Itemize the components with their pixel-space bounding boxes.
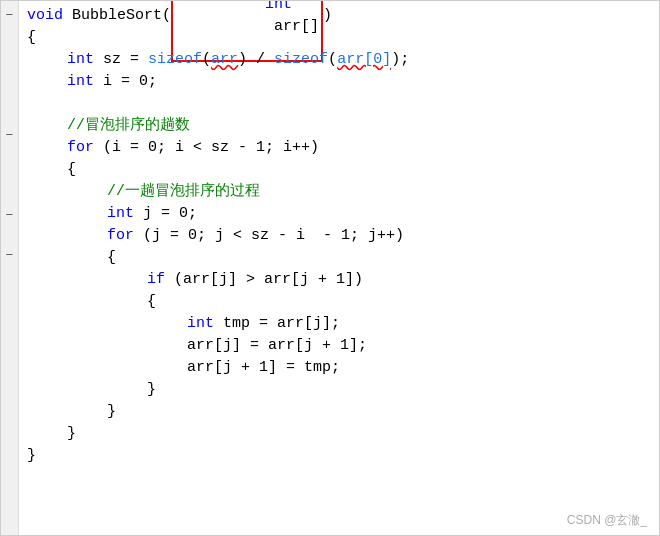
fold-marker-2[interactable]: − <box>5 125 15 145</box>
sizeof-1: sizeof <box>148 49 202 71</box>
code-area: − − − − void <box>1 1 659 535</box>
sizeof-2: sizeof <box>274 49 328 71</box>
line-1: void BubbleSort ( int arr[] ) <box>27 5 659 27</box>
keyword-for-2: for <box>107 225 134 247</box>
gutter-empty-5 <box>5 105 15 125</box>
line-13: if (arr[j] > arr[j + 1]) <box>27 269 659 291</box>
fold-marker-1[interactable]: − <box>5 5 15 25</box>
line-16: arr[j] = arr[j + 1]; <box>27 335 659 357</box>
gutter-empty-6 <box>5 145 15 165</box>
watermark: CSDN @玄澈_ <box>567 512 647 529</box>
open-brace-2: { <box>67 159 76 181</box>
gutter-empty-3 <box>5 65 15 85</box>
close-brace-4: } <box>27 445 36 467</box>
keyword-for-1: for <box>67 137 94 159</box>
comment-1: //冒泡排序的趟数 <box>67 115 190 137</box>
close-brace-2: } <box>107 401 116 423</box>
keyword-int-3: int <box>107 203 134 225</box>
line-11: for (j = 0; j < sz - i - 1; j++) <box>27 225 659 247</box>
line-12: { <box>27 247 659 269</box>
gutter-empty-4 <box>5 85 15 105</box>
gutter-empty-2 <box>5 45 15 65</box>
code-text-3: ) / <box>238 49 274 71</box>
code-text-4: ( <box>328 49 337 71</box>
function-name: BubbleSort <box>72 5 162 27</box>
gutter-empty-10 <box>5 265 15 285</box>
gutter-empty-14 <box>5 345 15 365</box>
code-text-7: (i = 0; i < sz - 1; i++) <box>94 137 319 159</box>
code-lines: void BubbleSort ( int arr[] ) { int sz = <box>19 1 659 535</box>
line-7: for (i = 0; i < sz - 1; i++) <box>27 137 659 159</box>
gutter-empty-13 <box>5 325 15 345</box>
line-3: int sz = sizeof ( arr ) / sizeof ( arr[0… <box>27 49 659 71</box>
code-text-2: ( <box>202 49 211 71</box>
close-paren: ) <box>323 5 332 27</box>
param-name: arr[] <box>265 18 319 35</box>
line-21: } <box>27 445 659 467</box>
keyword-int-1: int <box>67 49 94 71</box>
keyword-int-2: int <box>67 71 94 93</box>
line-8: { <box>27 159 659 181</box>
gutter-empty-17 <box>5 405 15 425</box>
editor-container: − − − − void <box>0 0 660 536</box>
open-brace-4: { <box>147 291 156 313</box>
close-brace-3: } <box>67 423 76 445</box>
code-text: sz = <box>94 49 148 71</box>
open-paren: ( <box>162 5 171 27</box>
gutter-empty-9 <box>5 225 15 245</box>
gutter-empty-16 <box>5 385 15 405</box>
gutter-empty-12 <box>5 305 15 325</box>
arr0-underline: arr[0] <box>337 49 391 71</box>
gutter-empty-8 <box>5 185 15 205</box>
code-text-8: j = 0; <box>134 203 197 225</box>
line-10: int j = 0; <box>27 203 659 225</box>
comment-2: //一趟冒泡排序的过程 <box>107 181 260 203</box>
line-6: //冒泡排序的趟数 <box>27 115 659 137</box>
code-text-5: ); <box>391 49 409 71</box>
line-18: } <box>27 379 659 401</box>
space <box>63 5 72 27</box>
code-text-6: i = 0; <box>94 71 157 93</box>
code-text-13: arr[j + 1] = tmp; <box>187 357 340 379</box>
code-text-11: tmp = arr[j]; <box>214 313 340 335</box>
line-9: //一趟冒泡排序的过程 <box>27 181 659 203</box>
keyword-void: void <box>27 5 63 27</box>
line-14: { <box>27 291 659 313</box>
line-2: { <box>27 27 659 49</box>
gutter-empty-11 <box>5 285 15 305</box>
gutter: − − − − <box>1 1 19 535</box>
param-type-int: int <box>265 1 292 13</box>
arr-underline: arr <box>211 49 238 71</box>
gutter-empty-1 <box>5 25 15 45</box>
code-text-12: arr[j] = arr[j + 1]; <box>187 335 367 357</box>
code-text-9: (j = 0; j < sz - i - 1; j++) <box>134 225 404 247</box>
open-brace-3: { <box>107 247 116 269</box>
code-text-10: (arr[j] > arr[j + 1]) <box>165 269 363 291</box>
line-4: int i = 0; <box>27 71 659 93</box>
line-20: } <box>27 423 659 445</box>
gutter-empty-15 <box>5 365 15 385</box>
keyword-if: if <box>147 269 165 291</box>
open-brace-1: { <box>27 27 36 49</box>
fold-marker-3[interactable]: − <box>5 205 15 225</box>
line-19: } <box>27 401 659 423</box>
keyword-int-4: int <box>187 313 214 335</box>
line-17: arr[j + 1] = tmp; <box>27 357 659 379</box>
close-brace-1: } <box>147 379 156 401</box>
line-5 <box>27 93 659 115</box>
line-15: int tmp = arr[j]; <box>27 313 659 335</box>
fold-marker-4[interactable]: − <box>5 245 15 265</box>
gutter-empty-7 <box>5 165 15 185</box>
